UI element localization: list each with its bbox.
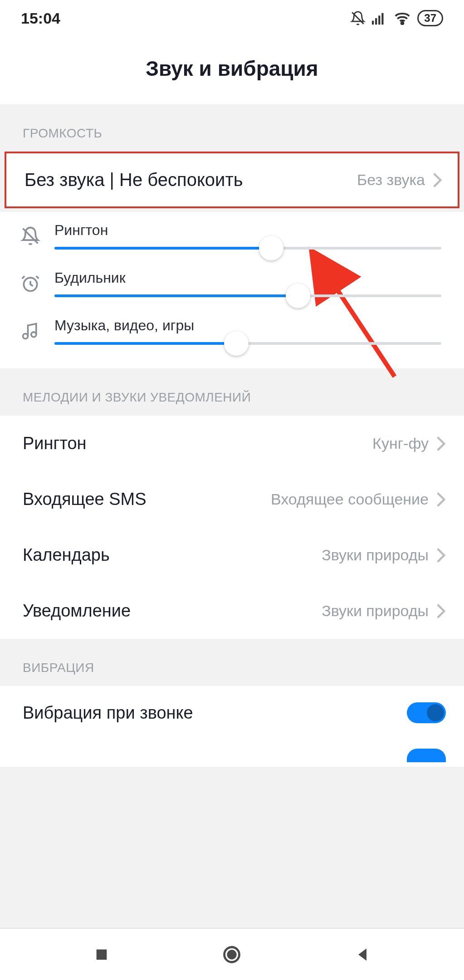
page-header: Звук и вибрация bbox=[0, 36, 464, 104]
section-vibration: ВИБРАЦИЯ bbox=[0, 639, 464, 686]
nav-back-button[interactable] bbox=[349, 941, 376, 968]
status-bar: 15:04 37 bbox=[0, 0, 464, 36]
calendar-label: Календарь bbox=[23, 545, 110, 565]
calendar-row[interactable]: Календарь Звуки природы bbox=[0, 527, 464, 583]
ringtone-label: Рингтон bbox=[23, 434, 87, 453]
notification-row[interactable]: Уведомление Звуки природы bbox=[0, 583, 464, 639]
svg-rect-4 bbox=[382, 13, 384, 24]
alarm-slider-label: Будильник bbox=[54, 270, 441, 286]
chevron-right-icon bbox=[432, 172, 442, 188]
wifi-icon bbox=[394, 11, 411, 25]
cellular-signal-icon bbox=[372, 11, 387, 25]
music-note-icon bbox=[18, 321, 43, 341]
notification-label: Уведомление bbox=[23, 601, 131, 621]
ringtone-value: Кунг-фу bbox=[372, 435, 429, 452]
partial-next-row bbox=[0, 740, 464, 767]
silent-dnd-label: Без звука | Не беспокоить bbox=[24, 170, 243, 190]
chevron-right-icon bbox=[436, 547, 446, 564]
notification-value: Звуки природы bbox=[322, 602, 429, 620]
page-title: Звук и вибрация bbox=[0, 56, 464, 81]
section-melodies: МЕЛОДИИ И ЗВУКИ УВЕДОМЛЕНИЙ bbox=[0, 368, 464, 416]
ringtone-thumb[interactable] bbox=[259, 236, 283, 260]
svg-point-10 bbox=[31, 332, 36, 337]
status-icons: 37 bbox=[350, 10, 443, 26]
svg-point-5 bbox=[401, 22, 404, 24]
partial-toggle-icon bbox=[407, 749, 446, 762]
chevron-right-icon bbox=[436, 603, 446, 619]
svg-point-9 bbox=[23, 334, 28, 339]
alarm-slider-row: Будильник bbox=[0, 260, 464, 307]
nav-bar bbox=[0, 928, 464, 980]
chevron-right-icon bbox=[436, 491, 446, 508]
status-time: 15:04 bbox=[21, 10, 60, 27]
sms-row[interactable]: Входящее SMS Входящее сообщение bbox=[0, 471, 464, 527]
sms-label: Входящее SMS bbox=[23, 490, 147, 509]
svg-rect-3 bbox=[378, 15, 380, 24]
vibrate-on-call-label: Вибрация при звонке bbox=[23, 703, 193, 723]
ringtone-fill bbox=[54, 247, 271, 250]
silent-dnd-row[interactable]: Без звука | Не беспокоить Без звука bbox=[5, 152, 459, 208]
bell-muted-icon bbox=[350, 10, 366, 26]
section-volume: ГРОМКОСТЬ bbox=[0, 104, 464, 152]
battery-percent: 37 bbox=[424, 12, 436, 24]
alarm-clock-icon bbox=[18, 274, 43, 294]
svg-rect-2 bbox=[375, 18, 377, 24]
nav-recent-button[interactable] bbox=[88, 941, 115, 968]
svg-point-13 bbox=[228, 951, 236, 958]
battery-indicator: 37 bbox=[417, 10, 443, 26]
toggle-knob bbox=[427, 704, 444, 721]
media-thumb[interactable] bbox=[224, 331, 249, 356]
melody-list: Рингтон Кунг-фу Входящее SMS Входящее со… bbox=[0, 416, 464, 639]
alarm-thumb[interactable] bbox=[286, 284, 310, 308]
bell-muted-icon bbox=[18, 226, 43, 246]
vibrate-on-call-toggle[interactable] bbox=[407, 702, 446, 723]
calendar-value: Звуки природы bbox=[322, 546, 429, 564]
device-frame: 15:04 37 Звук и вибрация ГРОМКОСТЬ Без з… bbox=[0, 0, 464, 980]
chevron-right-icon bbox=[436, 436, 446, 452]
vibrate-on-call-row[interactable]: Вибрация при звонке bbox=[0, 686, 464, 740]
ringtone-row[interactable]: Рингтон Кунг-фу bbox=[0, 416, 464, 471]
silent-dnd-value: Без звука bbox=[357, 171, 425, 189]
ringtone-slider-row: Рингтон bbox=[0, 212, 464, 260]
ringtone-slider[interactable] bbox=[54, 247, 441, 250]
media-slider[interactable] bbox=[54, 342, 441, 345]
alarm-slider[interactable] bbox=[54, 294, 441, 297]
alarm-fill bbox=[54, 294, 298, 297]
media-slider-label: Музыка, видео, игры bbox=[54, 317, 441, 334]
media-slider-row: Музыка, видео, игры bbox=[0, 307, 464, 355]
media-fill bbox=[54, 342, 236, 345]
volume-sliders: Рингтон Будильник bbox=[0, 212, 464, 368]
sms-value: Входящее сообщение bbox=[271, 490, 429, 508]
ringtone-slider-label: Рингтон bbox=[54, 222, 441, 239]
nav-home-button[interactable] bbox=[218, 941, 245, 968]
svg-rect-11 bbox=[96, 949, 107, 960]
content-area: ГРОМКОСТЬ Без звука | Не беспокоить Без … bbox=[0, 104, 464, 767]
svg-rect-1 bbox=[372, 21, 374, 25]
